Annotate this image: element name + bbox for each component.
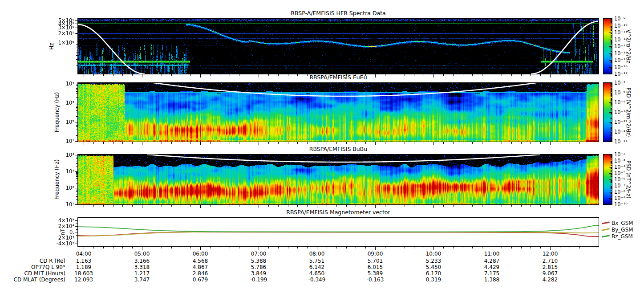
colorbar-minor-tick	[611, 100, 612, 101]
colorbar-minor-tick	[611, 176, 612, 177]
colorbar-minor-tick	[611, 98, 612, 98]
colorbar-minor-tick	[611, 27, 612, 28]
y-minor-tick	[76, 50, 78, 50]
time-minor-tick	[531, 205, 531, 207]
time-tick-label: 08:00	[309, 251, 325, 257]
colorbar-minor-tick	[611, 61, 612, 62]
colorbar-minor-tick	[611, 58, 612, 58]
y-tick-label: 10²	[49, 119, 74, 125]
colorbar-minor-tick	[611, 158, 612, 158]
colorbar-minor-tick	[611, 104, 612, 104]
y-tick-label: 2×10⁴	[49, 223, 74, 229]
time-minor-tick	[181, 142, 181, 144]
time-minor-tick	[443, 205, 444, 207]
colorbar-minor-tick	[611, 55, 612, 55]
time-minor-tick	[414, 205, 414, 207]
colorbar-minor-tick	[611, 199, 612, 199]
time-minor-tick	[424, 74, 424, 76]
time-minor-tick	[356, 205, 356, 207]
y-minor-tick	[76, 130, 78, 130]
time-minor-tick	[570, 74, 570, 76]
time-minor-tick	[220, 74, 220, 76]
y-minor-tick	[76, 157, 78, 157]
colorbar-minor-tick	[611, 190, 612, 191]
table-cell: 4.867	[193, 264, 208, 270]
table-cell: 5.450	[426, 264, 441, 270]
time-minor-tick	[356, 74, 356, 76]
colorbar-minor-tick	[611, 69, 612, 69]
time-minor-tick	[190, 142, 191, 144]
time-minor-tick	[521, 74, 522, 76]
time-minor-tick	[472, 74, 473, 76]
time-major-tick	[200, 205, 201, 208]
y-minor-tick	[76, 24, 78, 24]
time-minor-tick	[560, 74, 560, 76]
y-minor-tick	[76, 87, 78, 87]
time-major-tick	[200, 247, 201, 250]
time-major-tick	[142, 247, 142, 250]
y-minor-tick	[76, 55, 78, 56]
colorbar-minor-tick	[611, 129, 612, 129]
time-minor-tick	[249, 142, 249, 144]
colorbar-tick-label: 10⁻⁶	[614, 90, 625, 96]
time-minor-tick	[268, 205, 269, 207]
y-minor-tick	[76, 104, 78, 104]
colorbar-tick-label: 10⁻⁹	[614, 195, 625, 201]
y-minor-tick	[76, 94, 78, 94]
y-minor-tick	[76, 91, 78, 92]
y-minor-tick	[76, 88, 78, 89]
time-minor-tick	[181, 205, 181, 207]
time-minor-tick	[268, 142, 269, 144]
colorbar-minor-tick	[611, 194, 612, 194]
time-minor-tick	[152, 74, 152, 76]
time-minor-tick	[190, 205, 191, 207]
time-major-tick	[317, 247, 317, 250]
colorbar-minor-tick	[611, 201, 612, 202]
panel-border-3	[77, 217, 599, 247]
y-minor-tick	[76, 162, 78, 162]
time-tick-label: 12:00	[543, 251, 558, 257]
colorbar-minor-tick	[611, 182, 612, 183]
colorbar-tick-label: 10⁻¹⁰	[614, 109, 628, 115]
y-minor-tick	[76, 174, 78, 175]
time-minor-tick	[297, 74, 298, 76]
colorbar-minor-tick	[611, 33, 612, 33]
colorbar-minor-tick	[611, 165, 612, 166]
time-minor-tick	[579, 142, 580, 144]
time-minor-tick	[395, 74, 395, 76]
time-minor-tick	[424, 247, 424, 248]
time-minor-tick	[181, 247, 181, 248]
colorbar-minor-tick	[611, 95, 612, 96]
table-cell: 7.175	[484, 270, 499, 277]
colorbar-minor-tick	[611, 48, 612, 48]
table-cell: 5.388	[251, 258, 266, 264]
table-cell: 5.701	[368, 258, 383, 264]
table-row-label: CD R (Re)	[0, 258, 65, 264]
time-minor-tick	[531, 142, 531, 144]
table-cell: 5.751	[309, 258, 324, 264]
y-minor-tick	[76, 195, 78, 195]
y-tick-label: 10⁴	[49, 152, 74, 158]
time-minor-tick	[220, 247, 220, 248]
colorbar-tick-label: 10⁻⁴	[614, 80, 625, 86]
colorbar-minor-tick	[611, 110, 612, 110]
time-major-tick	[317, 74, 317, 77]
time-minor-tick	[327, 205, 327, 207]
colorbar-minor-tick	[611, 137, 612, 138]
y-minor-tick	[76, 172, 78, 173]
legend-line-bz_gsm	[602, 235, 610, 237]
time-minor-tick	[278, 74, 279, 76]
colorbar-minor-tick	[611, 114, 612, 114]
time-minor-tick	[560, 205, 560, 207]
table-cell: 5.389	[368, 270, 383, 277]
colorbar-tick-label: 10⁻¹⁰	[614, 23, 628, 29]
time-minor-tick	[540, 142, 541, 144]
y-minor-tick	[76, 124, 78, 124]
time-minor-tick	[502, 247, 502, 248]
panel-border-0	[77, 18, 599, 74]
time-minor-tick	[230, 247, 230, 248]
time-minor-tick	[540, 205, 541, 207]
time-minor-tick	[502, 205, 502, 207]
time-minor-tick	[297, 205, 298, 207]
colorbar-minor-tick	[611, 138, 612, 138]
